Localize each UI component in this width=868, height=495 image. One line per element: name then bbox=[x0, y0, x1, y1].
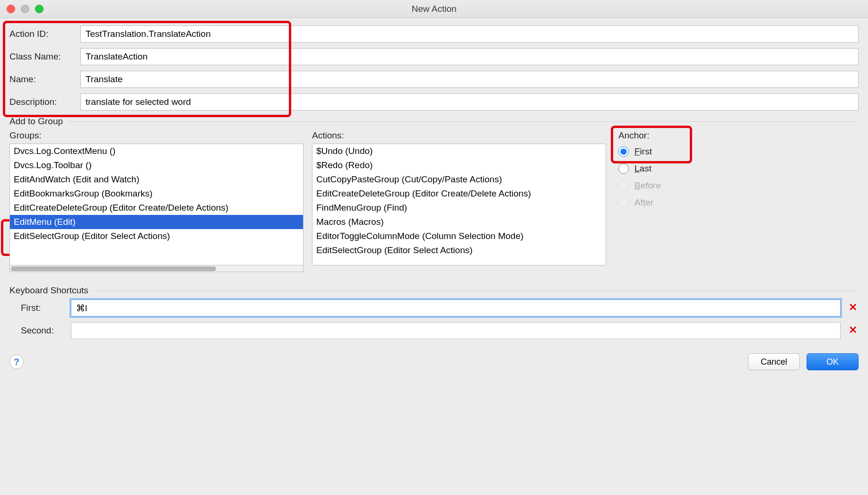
titlebar: New Action bbox=[0, 0, 868, 18]
list-item[interactable]: EditSelectGroup (Editor Select Actions) bbox=[312, 243, 606, 257]
minimize-window-button[interactable] bbox=[21, 5, 29, 13]
list-item[interactable]: EditMenu (Edit) bbox=[10, 215, 303, 229]
anchor-last-label: Last bbox=[634, 163, 651, 174]
action-id-input[interactable] bbox=[80, 26, 859, 43]
list-item[interactable]: EditBookmarksGroup (Bookmarks) bbox=[10, 187, 303, 201]
list-item[interactable]: $Undo (Undo) bbox=[312, 144, 606, 158]
list-item[interactable]: EditorToggleColumnMode (Column Selection… bbox=[312, 229, 606, 243]
window-title: New Action bbox=[411, 4, 456, 14]
close-window-button[interactable] bbox=[7, 5, 15, 13]
description-input[interactable] bbox=[80, 94, 859, 111]
second-shortcut-input[interactable] bbox=[71, 322, 841, 339]
list-item[interactable]: CutCopyPasteGroup (Cut/Copy/Paste Action… bbox=[312, 172, 606, 187]
add-to-group-header: Add to Group bbox=[9, 116, 859, 127]
second-shortcut-label: Second: bbox=[9, 325, 71, 336]
anchor-first-radio[interactable] bbox=[618, 146, 629, 157]
class-name-label: Class Name: bbox=[9, 51, 80, 62]
zoom-window-button[interactable] bbox=[35, 5, 43, 13]
anchor-before-label: Before bbox=[634, 180, 661, 191]
first-shortcut-input[interactable] bbox=[71, 299, 841, 316]
class-name-input[interactable] bbox=[80, 48, 859, 65]
ok-button[interactable]: OK bbox=[807, 353, 859, 370]
list-item[interactable]: Dvcs.Log.Toolbar () bbox=[10, 158, 303, 172]
actions-listbox[interactable]: $Undo (Undo)$Redo (Redo)CutCopyPasteGrou… bbox=[312, 144, 606, 265]
anchor-last-radio[interactable] bbox=[618, 163, 629, 174]
list-item[interactable]: $Redo (Redo) bbox=[312, 158, 606, 172]
shortcuts-header: Keyboard Shortcuts bbox=[9, 285, 859, 296]
name-label: Name: bbox=[9, 74, 80, 85]
list-item[interactable]: Dvcs.Log.ContextMenu () bbox=[10, 144, 303, 158]
anchor-after-radio bbox=[618, 197, 629, 208]
traffic-lights bbox=[7, 5, 43, 13]
list-item[interactable]: FindMenuGroup (Find) bbox=[312, 201, 606, 215]
anchor-label: Anchor: bbox=[618, 130, 699, 141]
anchor-after-label: After bbox=[634, 197, 653, 208]
help-button[interactable]: ? bbox=[9, 355, 24, 369]
anchor-before-radio bbox=[618, 180, 629, 191]
groups-label: Groups: bbox=[9, 130, 304, 141]
clear-first-shortcut-button[interactable]: ✕ bbox=[847, 302, 859, 314]
actions-label: Actions: bbox=[312, 130, 606, 141]
groups-listbox[interactable]: Dvcs.Log.ContextMenu ()Dvcs.Log.Toolbar … bbox=[9, 144, 304, 265]
action-id-label: Action ID: bbox=[9, 29, 80, 39]
horizontal-scrollbar[interactable] bbox=[9, 265, 304, 272]
cancel-button[interactable]: Cancel bbox=[748, 353, 800, 370]
name-input[interactable] bbox=[80, 71, 859, 88]
list-item[interactable]: EditAndWatch (Edit and Watch) bbox=[10, 172, 303, 187]
list-item[interactable]: EditCreateDeleteGroup (Editor Create/Del… bbox=[10, 201, 303, 215]
anchor-first-label: First bbox=[634, 146, 652, 157]
list-item[interactable]: EditCreateDeleteGroup (Editor Create/Del… bbox=[312, 187, 606, 201]
clear-second-shortcut-button[interactable]: ✕ bbox=[847, 325, 859, 336]
list-item[interactable]: EditSelectGroup (Editor Select Actions) bbox=[10, 229, 303, 243]
first-shortcut-label: First: bbox=[9, 303, 71, 313]
description-label: Description: bbox=[9, 97, 80, 107]
list-item[interactable]: Macros (Macros) bbox=[312, 215, 606, 229]
